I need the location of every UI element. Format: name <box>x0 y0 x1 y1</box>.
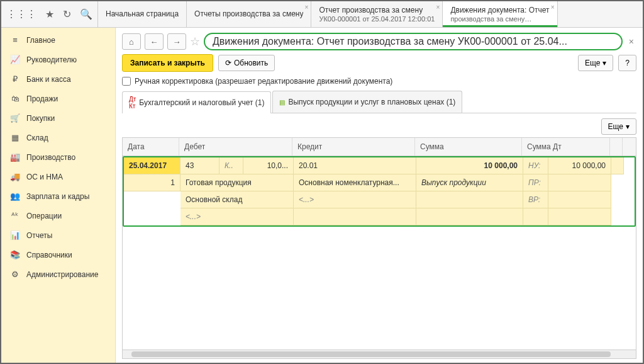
close-icon[interactable]: × <box>305 4 309 11</box>
tab-report-doc[interactable]: Отчет производства за смену УК00-000001 … <box>311 1 443 27</box>
subtab-output[interactable]: ▤Выпуск продукции и услуг в плановых цен… <box>272 91 462 113</box>
close-icon[interactable]: × <box>551 4 555 11</box>
cell-debit-account: 43 <box>180 157 219 174</box>
sidebar-item-label: ОС и НМА <box>26 173 63 181</box>
doc-icon: ▤ <box>279 99 285 106</box>
sidebar-item-assets[interactable]: 🚚ОС и НМА <box>1 167 115 186</box>
chevron-down-icon: ▾ <box>626 122 630 131</box>
sidebar-item-label: Главное <box>26 36 55 45</box>
cell-credit-line2: Основная номенклатурная... <box>294 174 416 191</box>
bag-icon: 🛍 <box>10 94 20 103</box>
top-bar: ⋮⋮⋮ ★ ↻ 🔍 Начальная страница Отчеты прои… <box>1 1 643 28</box>
cell-credit-empty <box>294 208 416 225</box>
cell-empty <box>548 191 611 208</box>
sidebar-item-production[interactable]: 🏭Производство <box>1 147 115 167</box>
cell-empty <box>548 208 611 225</box>
table-header: Дата Дебет Кредит Сумма Сумма Дт <box>123 138 636 156</box>
forward-button[interactable]: → <box>167 33 186 50</box>
topbar-icons: ⋮⋮⋮ ★ ↻ 🔍 <box>1 1 98 27</box>
col-date[interactable]: Дата <box>123 138 179 156</box>
cell-empty <box>611 157 624 174</box>
sidebar-item-label: Справочники <box>26 251 72 259</box>
grid-icon: ▦ <box>10 133 20 142</box>
sidebar-item-admin[interactable]: ⚙Администрирование <box>1 264 115 284</box>
help-button[interactable]: ? <box>618 55 636 71</box>
search-icon[interactable]: 🔍 <box>80 8 92 20</box>
tab-reports[interactable]: Отчеты производства за смену × <box>187 1 311 27</box>
favorite-icon[interactable]: ☆ <box>190 35 200 48</box>
sidebar-item-sales[interactable]: 🛍Продажи <box>1 89 115 108</box>
cell-sum: 10 000,00 <box>416 157 523 174</box>
cell-credit-line3: <...> <box>294 191 416 208</box>
sidebar-item-label: Зарплата и кадры <box>26 192 89 201</box>
sidebar-item-label: Продажи <box>26 94 58 103</box>
nav-toolbar: ⌂ ← → ☆ Движения документа: Отчет произв… <box>122 33 636 50</box>
chevron-down-icon: ▾ <box>602 59 606 67</box>
menu-icon: ≡ <box>10 35 20 45</box>
sidebar: ≡Главное 📈Руководителю ₽Банк и касса 🛍Пр… <box>1 28 116 364</box>
manual-edit-label: Ручная корректировка (разрешает редактир… <box>135 77 392 86</box>
gear-icon: ⚙ <box>10 270 20 279</box>
sidebar-item-label: Администрирование <box>26 270 98 279</box>
refresh-button[interactable]: ⟳Обновить <box>218 55 275 71</box>
horizontal-scrollbar[interactable] <box>123 350 636 358</box>
tab-home[interactable]: Начальная страница <box>98 1 187 27</box>
sidebar-item-operations[interactable]: ᴬᵏОперации <box>1 206 115 225</box>
main-panel: ⌂ ← → ☆ Движения документа: Отчет произв… <box>116 28 643 364</box>
sidebar-item-purchases[interactable]: 🛒Покупки <box>1 108 115 128</box>
history-icon[interactable]: ↻ <box>63 8 71 20</box>
cart-icon: 🛒 <box>10 113 20 123</box>
sidebar-item-label: Отчеты <box>26 231 52 240</box>
sidebar-item-label: Банк и касса <box>26 75 71 84</box>
cell-sumdt: 10 000,00 <box>548 157 611 174</box>
manual-edit-row: Ручная корректировка (разрешает редактир… <box>122 77 636 86</box>
sidebar-item-directories[interactable]: 📚Справочники <box>1 245 115 264</box>
col-extra[interactable] <box>610 138 623 156</box>
apps-icon[interactable]: ⋮⋮⋮ <box>6 8 36 20</box>
cell-credit-account: 20.01 <box>294 157 416 174</box>
tab-movements[interactable]: Движения документа: Отчет производства з… <box>443 1 557 27</box>
cell-empty <box>416 191 523 208</box>
cell-debit-line3: Основной склад <box>180 191 294 208</box>
subtabs: ДтКтБухгалтерский и налоговый учет (1) ▤… <box>122 91 636 113</box>
home-button[interactable]: ⌂ <box>122 33 141 50</box>
ruble-icon: ₽ <box>10 74 20 84</box>
more-button[interactable]: Еще ▾ <box>578 55 613 71</box>
sidebar-item-bank[interactable]: ₽Банк и касса <box>1 69 115 89</box>
manual-edit-checkbox[interactable] <box>122 77 131 86</box>
cell-sum-desc: Выпуск продукции <box>416 174 523 191</box>
save-close-button[interactable]: Записать и закрыть <box>122 54 213 72</box>
col-sumdt[interactable]: Сумма Дт <box>522 138 610 156</box>
bars-icon: 📊 <box>10 230 20 240</box>
cell-empty <box>548 174 611 191</box>
cell-debit-qty: 10,0... <box>243 157 294 174</box>
close-icon[interactable]: × <box>626 37 636 47</box>
sidebar-item-manager[interactable]: 📈Руководителю <box>1 50 115 69</box>
cell-empty <box>523 208 548 225</box>
sidebar-item-warehouse[interactable]: ▦Склад <box>1 128 115 147</box>
ledger-icon: ᴬᵏ <box>10 211 20 220</box>
cell-rownum: 1 <box>124 174 180 191</box>
col-credit[interactable]: Кредит <box>292 138 415 156</box>
table-row[interactable]: 25.04.2017 1 43 К.. 10,0... Готовая прод… <box>123 156 636 227</box>
sidebar-item-label: Склад <box>26 134 48 142</box>
sidebar-item-label: Производство <box>26 153 75 162</box>
truck-icon: 🚚 <box>10 172 20 181</box>
back-button[interactable]: ← <box>145 33 164 50</box>
sidebar-item-payroll[interactable]: 👥Зарплата и кадры <box>1 186 115 206</box>
close-icon[interactable]: × <box>436 4 440 11</box>
cell-empty <box>416 208 523 225</box>
col-debit[interactable]: Дебет <box>179 138 292 156</box>
sidebar-item-reports[interactable]: 📊Отчеты <box>1 225 115 245</box>
page-title: Движения документа: Отчет производства з… <box>204 33 623 50</box>
sidebar-item-main[interactable]: ≡Главное <box>1 30 115 50</box>
table-more-button[interactable]: Еще ▾ <box>601 118 636 135</box>
star-icon[interactable]: ★ <box>45 8 54 20</box>
cell-debit-line4: <...> <box>180 208 294 225</box>
books-icon: 📚 <box>10 250 20 259</box>
cell-debit-k: К.. <box>219 157 243 174</box>
sidebar-item-label: Руководителю <box>26 55 77 64</box>
subtab-accounting[interactable]: ДтКтБухгалтерский и налоговый учет (1) <box>122 91 271 113</box>
col-sum[interactable]: Сумма <box>415 138 522 156</box>
cell-debit-line2: Готовая продукция <box>180 174 294 191</box>
